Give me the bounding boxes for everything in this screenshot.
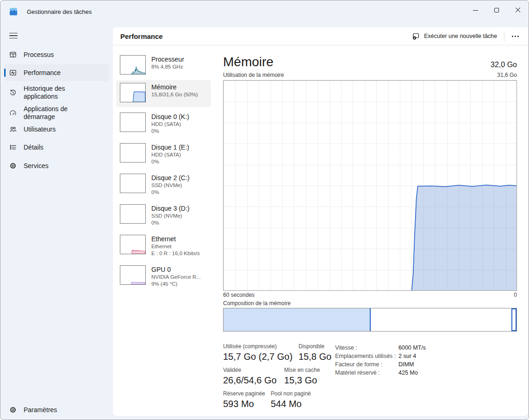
memory-usage-chart xyxy=(223,80,517,291)
processes-icon xyxy=(9,51,17,59)
perf-item-processeur[interactable]: Processeur 8% 4,85 GHz xyxy=(116,52,211,79)
app-history-icon xyxy=(9,89,17,97)
more-options-button[interactable] xyxy=(507,30,523,42)
close-button[interactable] xyxy=(507,0,529,20)
maximize-button[interactable] xyxy=(486,0,507,20)
sidebar-item-utilisateurs[interactable]: Utilisateurs xyxy=(4,121,109,138)
performance-icon xyxy=(9,69,17,77)
main-panel: Performance Exécuter une nouvelle tâche … xyxy=(113,27,528,416)
gpu-mini-graph xyxy=(120,265,146,285)
run-new-task-button[interactable]: Exécuter une nouvelle tâche xyxy=(408,30,502,42)
disk1-mini-graph xyxy=(120,143,146,163)
memory-mini-graph xyxy=(120,83,146,102)
navigation-menu-button[interactable] xyxy=(5,27,22,44)
settings-gear-icon xyxy=(9,406,17,414)
minimize-icon xyxy=(473,10,478,11)
sidebar-item-parametres[interactable]: Paramètres xyxy=(4,401,109,418)
cpu-mini-graph xyxy=(120,55,146,75)
disk3-mini-graph xyxy=(120,204,146,224)
task-manager-app-icon xyxy=(10,8,17,15)
memory-composition-bar xyxy=(223,308,517,332)
hardware-details: Vitesse :6000 MT/s Emplacements utilisés… xyxy=(335,344,426,377)
detail-slots-used: Emplacements utilisés :2 sur 4 xyxy=(335,352,426,360)
detail-hardware-reserved: Matériel réservé :425 Mo xyxy=(335,369,426,377)
stat-committed: Validée 26,6/54,6 Go xyxy=(223,367,284,386)
ellipsis-icon xyxy=(512,36,513,37)
startup-apps-icon xyxy=(9,109,17,117)
panel-header: Performance Exécuter une nouvelle tâche xyxy=(113,27,528,45)
memory-composition-label: Composition de la mémoire xyxy=(223,300,291,307)
stat-cached: Mise en cache 15,3 Go xyxy=(284,367,320,386)
perf-item-gpu-0[interactable]: GPU 0 NVIDIA GeForce R... 9% (45 °C) xyxy=(116,263,211,291)
maximize-icon xyxy=(494,8,499,13)
sidebar-item-applications-demarrage[interactable]: Applications de démarrage xyxy=(4,103,109,123)
run-new-task-label: Exécuter une nouvelle tâche xyxy=(424,33,497,39)
perf-item-memoire[interactable]: Mémoire 15,8/31,6 Go (50%) xyxy=(116,80,211,107)
disk2-mini-graph xyxy=(120,174,146,193)
x-axis-right-label: 0 xyxy=(514,292,517,298)
composition-modified-segment xyxy=(511,308,517,331)
sidebar-item-performance[interactable]: Performance xyxy=(4,64,109,81)
page-title: Performance xyxy=(120,32,163,40)
sidebar-item-services[interactable]: Services xyxy=(4,157,109,174)
titlebar: Gestionnaire des tâches xyxy=(0,0,529,23)
memory-usage-chart-label: Utilisation de la mémoire xyxy=(223,72,284,78)
perf-item-disque-0[interactable]: Disque 0 (K:) HDD (SATA) 0% xyxy=(116,110,211,138)
perf-item-disque-2[interactable]: Disque 2 (C:) SSD (NVMe) 0% xyxy=(116,171,211,200)
memory-section-title: Mémoire xyxy=(223,54,274,70)
perf-item-disque-1[interactable]: Disque 1 (E:) HDD (SATA) 0% xyxy=(116,140,211,169)
stat-used: Utilisée (compressée) 15,7 Go (2,7 Go) xyxy=(223,343,299,362)
memory-total-capacity: 32,0 Go xyxy=(491,61,517,70)
detail-speed: Vitesse :6000 MT/s xyxy=(335,344,426,352)
memory-chart-max-label: 31,6 Go xyxy=(497,72,517,78)
perf-item-ethernet[interactable]: Ethernet Ethernet E : 0 R : 16,0 Kbits/s xyxy=(116,232,211,261)
ethernet-mini-graph xyxy=(120,235,146,254)
minimize-button[interactable] xyxy=(465,0,486,20)
selected-indicator xyxy=(4,69,6,77)
stat-paged-pool: Réserve paginée 593 Mo xyxy=(223,390,271,409)
new-task-icon xyxy=(412,32,420,40)
users-icon xyxy=(9,125,17,133)
sidebar-item-details[interactable]: Détails xyxy=(4,139,109,156)
perf-item-disque-3[interactable]: Disque 3 (D:) SSD (NVMe) 0% xyxy=(116,201,211,230)
close-icon xyxy=(515,7,521,13)
x-axis-left-label: 60 secondes xyxy=(223,292,255,298)
services-gear-icon xyxy=(9,162,17,170)
detail-form-factor: Facteur de forme :DIMM xyxy=(335,360,426,369)
window-title: Gestionnaire des tâches xyxy=(27,8,92,15)
composition-in-use-segment xyxy=(224,308,371,331)
disk0-mini-graph xyxy=(120,113,146,132)
sidebar-item-processus[interactable]: Processus xyxy=(4,46,109,63)
header-divider xyxy=(504,31,504,41)
details-list-icon xyxy=(9,144,17,151)
stat-available: Disponible 15,8 Go xyxy=(299,343,331,362)
sidebar-item-historique-applications[interactable]: Historique des applications xyxy=(4,82,109,103)
stat-non-paged-pool: Pool non paginé 544 Mo xyxy=(271,390,311,409)
memory-usage-area xyxy=(224,81,517,290)
task-manager-window: Gestionnaire des tâches Processus Perfor… xyxy=(0,0,529,420)
